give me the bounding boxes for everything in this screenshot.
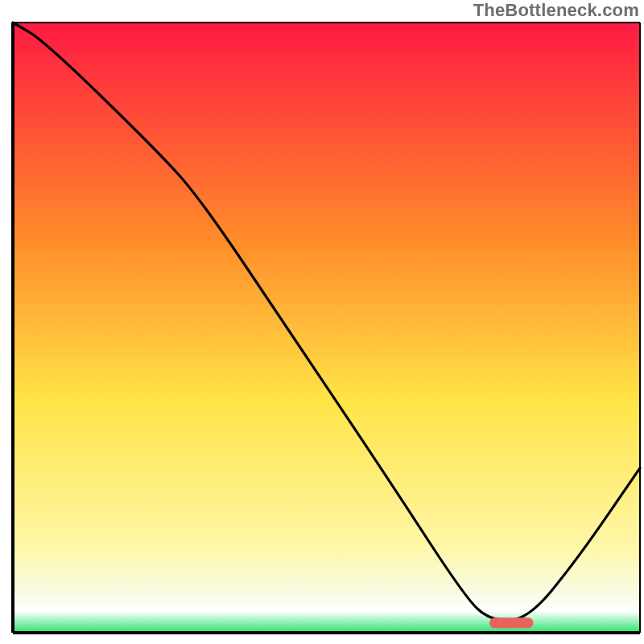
- optimal-range-marker: [489, 617, 534, 628]
- chart-stage: { "watermark": "TheBottleneck.com", "col…: [0, 0, 644, 644]
- bottleneck-chart: [0, 0, 644, 644]
- chart-gradient-background: [13, 23, 640, 633]
